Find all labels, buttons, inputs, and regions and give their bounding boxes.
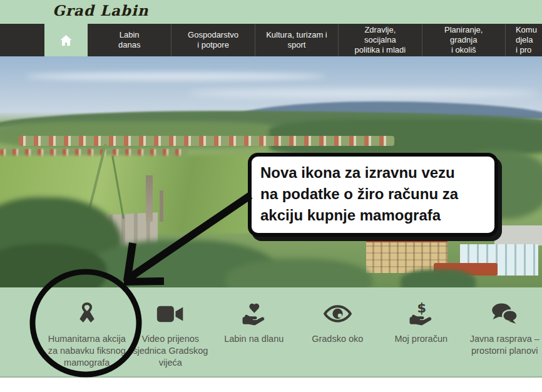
quicklink-label: Javna rasprava – prostorni planovi (463, 333, 542, 357)
quicklink-moj-proracun[interactable]: $ Moj proračun (379, 287, 463, 369)
quicklink-label: Video prijenos sjednica Gradskog vijeća (129, 333, 213, 369)
bottom-whitespace (0, 378, 542, 392)
quicklink-label: Gradsko oko (296, 333, 380, 345)
quicklinks-row: Humanitarna akcija za nabavku fiksnog ma… (45, 287, 542, 369)
quicklinks-strip: Humanitarna akcija za nabavku fiksnog ma… (0, 287, 542, 378)
site-logo[interactable]: Grad Labin (53, 2, 148, 19)
nav-item-labin-danas[interactable]: Labin danas (88, 24, 171, 56)
quicklink-labin-na-dlanu[interactable]: Labin na dlanu (212, 287, 296, 369)
svg-text:$: $ (417, 301, 426, 316)
nav-home-button[interactable] (44, 24, 88, 56)
quicklink-gradsko-oko[interactable]: Gradsko oko (296, 287, 380, 369)
annotation-callout-text: Nova ikona za izravnu vezu na podatke o … (260, 162, 486, 226)
nav-spacer (0, 24, 44, 56)
nav-item-kultura[interactable]: Kultura, turizam i sport (255, 24, 338, 56)
nav-item-planiranje[interactable]: Planiranje, gradnja i okoliš (422, 24, 505, 56)
quicklink-mamograf[interactable]: Humanitarna akcija za nabavku fiksnog ma… (45, 287, 129, 369)
home-icon (59, 34, 73, 47)
video-camera-icon (129, 300, 213, 328)
chat-bubbles-icon (463, 300, 542, 328)
quicklink-label: Humanitarna akcija za nabavku fiksnog ma… (45, 333, 129, 369)
quicklink-video-prijenos[interactable]: Video prijenos sjednica Gradskog vijeća (129, 287, 213, 369)
quicklink-label: Labin na dlanu (212, 333, 296, 345)
eye-icon (296, 300, 380, 328)
ribbon-icon (45, 300, 129, 328)
page: Grad Labin Labin danas Gospodarstvo i po… (0, 0, 542, 392)
quicklink-label: Moj proračun (379, 333, 463, 345)
hand-holding-heart-icon (212, 300, 296, 328)
hero-decor (160, 190, 163, 222)
nav-item-komunalne[interactable]: Komu djela i pro (505, 24, 542, 56)
quicklink-javna-rasprava[interactable]: Javna rasprava – prostorni planovi (463, 287, 542, 369)
hero-decor (19, 136, 394, 146)
main-nav: Labin danas Gospodarstvo i potpore Kultu… (0, 24, 542, 56)
hero-decor (146, 175, 153, 222)
hero-decor (401, 269, 476, 287)
hero-decor (494, 225, 542, 245)
top-bar: Grad Labin (0, 0, 542, 24)
hero-decor (188, 89, 538, 98)
annotation-callout: Nova ikona za izravnu vezu na podatke o … (248, 153, 498, 237)
hero-decor (25, 73, 325, 80)
hand-holding-dollar-icon: $ (379, 300, 463, 328)
nav-item-gospodarstvo[interactable]: Gospodarstvo i potpore (171, 24, 254, 56)
nav-item-zdravlje[interactable]: Zdravlje, socijalna politika i mladi (338, 24, 421, 56)
